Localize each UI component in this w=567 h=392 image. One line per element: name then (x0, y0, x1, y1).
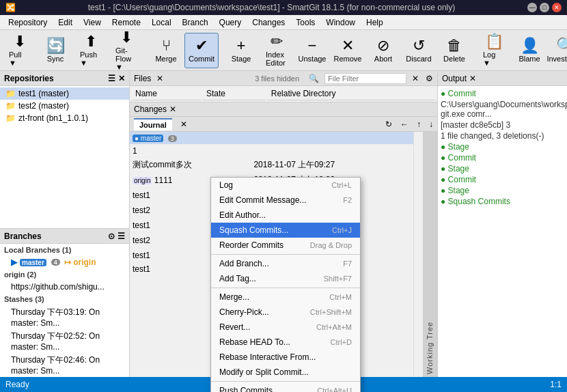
context-menu-edit-author[interactable]: Edit Author... (211, 208, 360, 223)
context-menu-modify-split[interactable]: Modify or Split Commit... (211, 365, 360, 380)
repositories-header: Repositories ☰ ✕ (0, 71, 129, 86)
context-revert-shortcut: Ctrl+Alt+M (316, 323, 352, 331)
remove-button[interactable]: ✕ Remove (331, 33, 365, 68)
file-filter-input[interactable] (324, 73, 406, 84)
origin-url[interactable]: https://github.com/shigu... (0, 281, 129, 293)
investigate-button[interactable]: 🔍 Investigate (548, 33, 567, 68)
repositories-menu-btn[interactable]: ☰ (108, 74, 115, 83)
menu-repository[interactable]: Repository (3, 16, 53, 29)
output-line-3: 1 file changed, 3 deletions(-) (441, 131, 564, 141)
folder-icon-2: 📁 (5, 101, 16, 111)
context-add-branch-label: Add Branch... (219, 259, 269, 268)
menu-edit[interactable]: Edit (53, 16, 78, 29)
journal-row-1[interactable]: 1 (130, 145, 413, 158)
gitflow-label: Git-Flow ▼ (115, 46, 137, 71)
minimize-button[interactable]: — (527, 3, 537, 12)
repositories-close-btn[interactable]: ✕ (118, 74, 125, 83)
context-edit-msg-label: Edit Commit Message... (219, 195, 306, 205)
context-revert-label: Revert... (219, 322, 250, 332)
output-panel: Output ✕ ● Commit C:\Users\guang\Documen… (438, 71, 567, 377)
commit-button[interactable]: ✔ Commit (184, 33, 219, 68)
stash-item-3[interactable]: Thursday 下午02:46: On master: Sm... (0, 353, 129, 377)
menu-view[interactable]: View (78, 16, 107, 29)
repo-name-test2: test2 (master) (18, 101, 69, 111)
index-editor-button[interactable]: ✏ Index Editor (260, 33, 294, 68)
menu-window[interactable]: Window (320, 16, 361, 29)
gitflow-button[interactable]: ⬇ Git-Flow ▼ (109, 33, 143, 68)
pull-icon: ⬇ (14, 34, 26, 49)
menu-help[interactable]: Help (361, 16, 389, 29)
journal-scrollbar[interactable] (413, 132, 423, 377)
stage-icon: + (237, 38, 246, 53)
menu-branch[interactable]: Branch (177, 16, 214, 29)
filter-clear-btn[interactable]: ✕ (412, 74, 419, 83)
pull-button[interactable]: ⬇ Pull ▼ (3, 33, 37, 68)
menu-query[interactable]: Query (214, 16, 247, 29)
context-menu-edit-commit-message[interactable]: Edit Commit Message... F2 (211, 193, 360, 208)
filter-options-btn[interactable]: ⚙ (426, 74, 433, 83)
stash-item-1[interactable]: Thursday 下午03:19: On master: Sm... (0, 305, 129, 329)
files-close-btn[interactable]: ✕ (156, 74, 163, 83)
journal-tab[interactable]: Journal (134, 118, 172, 130)
menu-tools[interactable]: Tools (290, 16, 320, 29)
sync-button[interactable]: 🔄 Sync (38, 33, 72, 68)
context-menu-reorder-commits[interactable]: Reorder Commits Drag & Drop (211, 238, 360, 253)
context-edit-author-label: Edit Author... (219, 210, 266, 220)
delete-label: Delete (443, 55, 465, 63)
log-button[interactable]: 📋 Log ▼ (477, 33, 511, 68)
investigate-label: Investigate (547, 55, 567, 63)
branches-menu-btn[interactable]: ☰ (117, 232, 125, 241)
journal-up-btn[interactable]: ↑ (417, 120, 421, 129)
changes-close-btn[interactable]: ✕ (169, 104, 176, 114)
discard-button[interactable]: ↺ Discard (402, 33, 436, 68)
repo-item-ztfront[interactable]: 📁 zt-front (bn1_1.0.1) (0, 112, 129, 124)
context-menu-add-branch[interactable]: Add Branch... F7 (211, 256, 360, 271)
log-icon: 📋 (485, 34, 503, 49)
branch-master[interactable]: ▶ master 4 ↦ origin (0, 256, 129, 268)
journal-down-btn[interactable]: ↓ (429, 120, 433, 129)
log-label: Log ▼ (483, 51, 505, 67)
journal-close-btn[interactable]: ✕ (180, 120, 187, 129)
journal-row-2[interactable]: 测试commit多次 2018-11-07 上午09:27 (130, 158, 413, 173)
maximize-button[interactable]: □ (540, 3, 549, 12)
context-menu: Log Ctrl+L Edit Commit Message... F2 Edi… (210, 177, 361, 392)
menu-remote[interactable]: Remote (107, 16, 146, 29)
context-rebase-interactive-label: Rebase Interactive From... (219, 352, 316, 362)
commit-label: Commit (189, 55, 215, 63)
stashes-label[interactable]: Stashes (3) (0, 293, 129, 305)
repo-item-test2[interactable]: 📁 test2 (master) (0, 100, 129, 112)
unstage-button[interactable]: − Unstage (295, 33, 329, 68)
context-menu-add-tag[interactable]: Add Tag... Shift+F7 (211, 271, 360, 286)
merge-button[interactable]: ⑂ Merge (149, 33, 183, 68)
menu-changes[interactable]: Changes (247, 16, 290, 29)
delete-button[interactable]: 🗑 Delete (437, 33, 471, 68)
stage-button[interactable]: + Stage (224, 33, 258, 68)
context-menu-log[interactable]: Log Ctrl+L (211, 178, 360, 193)
context-menu-squash-commits[interactable]: Squash Commits... Ctrl+J (211, 223, 360, 238)
context-rebase-head-shortcut: Ctrl+D (331, 338, 352, 346)
context-menu-cherry-pick[interactable]: Cherry-Pick... Ctrl+Shift+M (211, 305, 360, 320)
context-menu-rebase-interactive[interactable]: Rebase Interactive From... (211, 350, 360, 365)
output-line-9: ● Squash Commits (441, 197, 564, 206)
context-separator-2 (211, 288, 360, 288)
context-menu-push-commits[interactable]: Push Commits... Ctrl+Alt+U (211, 383, 360, 392)
context-menu-revert[interactable]: Revert... Ctrl+Alt+M (211, 320, 360, 335)
blame-button[interactable]: 👤 Blame (512, 33, 547, 68)
menu-local[interactable]: Local (146, 16, 177, 29)
context-menu-merge[interactable]: Merge... Ctrl+M (211, 290, 360, 305)
output-close-btn[interactable]: ✕ (469, 74, 476, 83)
journal-left-btn[interactable]: ← (400, 120, 409, 129)
local-branches-label[interactable]: Local Branches (1) (0, 244, 129, 256)
output-line-0: ● Commit (441, 89, 564, 98)
repo-item-test1[interactable]: 📁 test1 (master) (0, 87, 129, 100)
stash-item-2[interactable]: Thursday 下午02:52: On master: Sm... (0, 329, 129, 353)
context-menu-rebase-head[interactable]: Rebase HEAD To... Ctrl+D (211, 335, 360, 350)
push-button[interactable]: ⬆ Push ▼ (74, 33, 108, 68)
origin-label[interactable]: origin (2) (0, 268, 129, 281)
context-separator-1 (211, 254, 360, 255)
abort-button[interactable]: ⊘ Abort (366, 33, 400, 68)
journal-row-0[interactable]: ● master 3 (130, 132, 413, 145)
files-title: Files (134, 74, 151, 83)
close-button[interactable]: ✕ (552, 3, 562, 12)
journal-refresh-btn[interactable]: ↻ (385, 120, 392, 129)
